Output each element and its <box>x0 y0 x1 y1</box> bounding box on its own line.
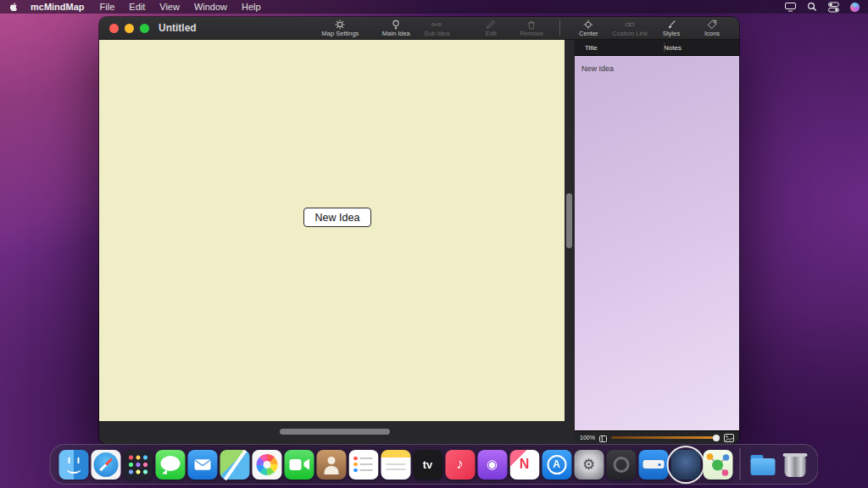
dock-dark-utility-icon[interactable] <box>606 450 636 480</box>
dock-separator <box>740 448 741 480</box>
toolbar-center[interactable]: Center <box>568 19 609 37</box>
app-window: Untitled Map Settings Main Idea Sub Idea <box>99 17 739 444</box>
dock-mail-icon[interactable] <box>187 450 217 480</box>
horizontal-scrollbar-thumb[interactable] <box>280 429 390 435</box>
outline-panel: Title Notes New Idea 100% <box>575 40 739 444</box>
scrollbar-gutter <box>565 40 575 444</box>
app-store-glyph: A <box>542 450 571 480</box>
music-glyph: ♪ <box>445 450 475 480</box>
menu-view[interactable]: View <box>159 0 180 14</box>
toolbar-edit[interactable]: Edit <box>470 19 511 37</box>
dock-music-icon[interactable]: ♪ <box>445 450 475 480</box>
dock-photos-icon[interactable] <box>252 450 281 480</box>
dock-drive-app-icon[interactable] <box>638 450 668 480</box>
menu-file[interactable]: File <box>100 0 115 14</box>
dock-highlighted-app-icon[interactable] <box>670 450 700 480</box>
window-title: Untitled <box>159 22 197 34</box>
desktop-wallpaper: mcMindMap File Edit View Window Help <box>0 0 868 488</box>
canvas-bottom-bar <box>99 421 565 444</box>
toolbar-label: Styles <box>663 30 680 37</box>
siri-icon[interactable] <box>850 3 860 12</box>
toolbar-label: Edit <box>486 30 497 37</box>
toolbar-divider <box>559 20 560 36</box>
dock-trash-icon[interactable] <box>780 450 810 480</box>
panel-footer: 100% <box>575 430 739 444</box>
window-body: New Idea Title Notes New Idea 100% <box>99 40 739 444</box>
title-bar: Untitled Map Settings Main Idea Sub Idea <box>99 17 739 40</box>
toolbar: Map Settings Main Idea Sub Idea Edit <box>319 17 739 39</box>
toolbar-remove[interactable]: Remove <box>511 19 552 37</box>
menu-bar: mcMindMap File Edit View Window Help <box>0 0 868 14</box>
toolbar-label: Center <box>579 30 598 37</box>
apple-menu-icon[interactable] <box>8 2 19 13</box>
toolbar-label: Remove <box>520 30 543 37</box>
dock-contacts-icon[interactable] <box>316 450 346 480</box>
panel-column-divider <box>664 42 665 53</box>
toolbar-label: Sub Idea <box>424 30 449 37</box>
dock-messages-icon[interactable] <box>155 450 185 480</box>
display-status-icon[interactable] <box>785 3 796 12</box>
zoom-level-label: 100% <box>580 435 595 441</box>
dock-downloads-folder-icon[interactable] <box>748 450 777 480</box>
toolbar-map-settings[interactable]: Map Settings <box>319 19 363 37</box>
image-export-icon[interactable] <box>724 430 734 445</box>
toolbar-sub-idea[interactable]: Sub Idea <box>416 19 457 37</box>
close-button[interactable] <box>109 24 119 33</box>
toolbar-label: Main Idea <box>382 30 410 37</box>
panel-header: Title Notes <box>575 40 739 56</box>
mindmap-node[interactable]: New Idea <box>303 208 371 227</box>
dock: tv ♪ ◉ N A ⚙ <box>50 444 819 485</box>
toolbar-label: Map Settings <box>322 30 359 37</box>
news-glyph: N <box>509 450 539 480</box>
toolbar-label: Icons <box>704 30 720 37</box>
zoom-button[interactable] <box>140 24 149 33</box>
dock-notes-icon[interactable] <box>381 450 410 480</box>
zoom-slider[interactable] <box>611 436 720 439</box>
toolbar-icons[interactable]: Icons <box>692 19 732 37</box>
vertical-scrollbar-thumb[interactable] <box>566 193 572 248</box>
toolbar-label: Custom Link <box>612 30 648 37</box>
menu-edit[interactable]: Edit <box>129 0 145 14</box>
dock-maps-icon[interactable] <box>220 450 249 480</box>
panel-row-new-idea[interactable]: New Idea <box>581 64 614 73</box>
zoom-slider-knob[interactable] <box>713 435 720 441</box>
search-icon[interactable] <box>807 2 817 12</box>
dock-facetime-icon[interactable] <box>284 450 314 480</box>
dock-system-preferences-icon[interactable]: ⚙ <box>574 450 604 480</box>
minimap-toggle-icon[interactable] <box>599 430 607 445</box>
dock-podcasts-icon[interactable]: ◉ <box>477 450 507 480</box>
minimize-button[interactable] <box>125 24 134 33</box>
toolbar-main-idea[interactable]: Main Idea <box>376 19 416 37</box>
control-center-icon[interactable] <box>828 2 839 13</box>
panel-column-notes: Notes <box>654 44 682 52</box>
tv-glyph: tv <box>413 450 442 480</box>
toolbar-custom-link[interactable]: Custom Link <box>609 19 651 37</box>
dock-mcmindmap-icon[interactable] <box>703 450 732 480</box>
dock-reminders-icon[interactable] <box>348 450 378 480</box>
mindmap-canvas[interactable]: New Idea <box>99 40 565 421</box>
menu-help[interactable]: Help <box>242 0 261 14</box>
menu-window[interactable]: Window <box>194 0 227 14</box>
toolbar-styles[interactable]: Styles <box>651 19 692 37</box>
gear-glyph: ⚙ <box>574 450 604 480</box>
dock-finder-icon[interactable] <box>58 450 88 480</box>
active-app-name[interactable]: mcMindMap <box>31 0 85 14</box>
dock-news-icon[interactable]: N <box>509 450 539 480</box>
dock-app-store-icon[interactable]: A <box>542 450 571 480</box>
panel-body: New Idea <box>575 56 739 430</box>
podcasts-glyph: ◉ <box>477 450 507 480</box>
dock-launchpad-icon[interactable] <box>123 450 153 480</box>
dock-safari-icon[interactable] <box>91 450 120 480</box>
dock-tv-icon[interactable]: tv <box>413 450 442 480</box>
panel-column-title: Title <box>575 44 654 52</box>
